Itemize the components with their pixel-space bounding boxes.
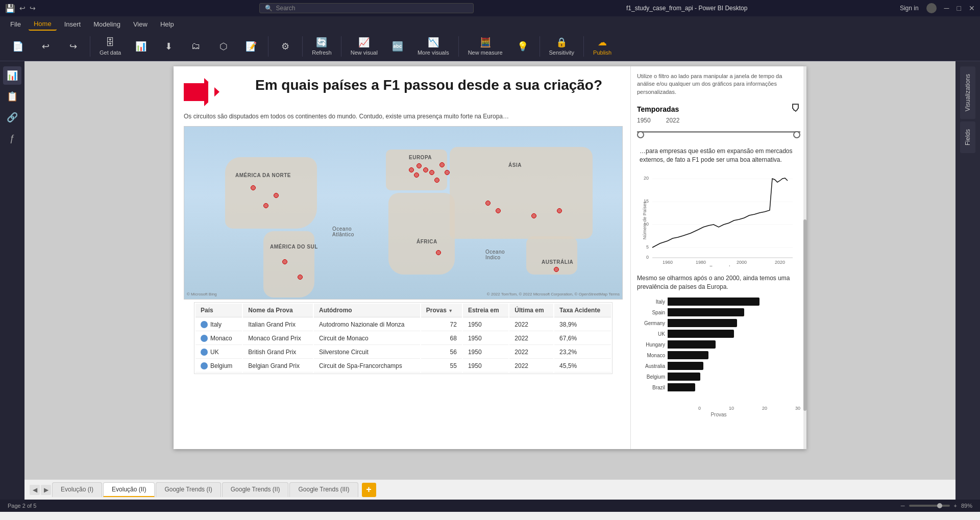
new-file-button[interactable]: 📄 <box>5 39 31 54</box>
menu-file[interactable]: File <box>5 18 26 30</box>
slider-thumb-right[interactable] <box>793 131 800 138</box>
sidebar-data-icon[interactable]: 📋 <box>3 87 21 106</box>
sign-in-button[interactable]: Sign in <box>900 5 919 12</box>
zoom-thumb[interactable] <box>937 503 942 508</box>
col-nome-prova[interactable]: Nome da Prova <box>243 304 313 317</box>
minimize-button[interactable]: ─ <box>944 4 949 12</box>
race-dot <box>434 178 439 183</box>
bar-label: Brazil <box>637 385 665 390</box>
table-row[interactable]: UK British Grand Prix Silverstone Circui… <box>195 346 611 359</box>
col-pais[interactable]: País <box>195 304 242 317</box>
cell-taxa: 67,6% <box>554 332 611 345</box>
dataflow-button[interactable]: ⬇ <box>156 39 181 54</box>
undo-icon[interactable]: ↩ <box>19 4 26 12</box>
col-estreia[interactable]: Estreia em <box>463 304 508 317</box>
tab-prev-arrow[interactable]: ◀ <box>30 485 40 495</box>
cell-estreia: 1950 <box>463 360 508 373</box>
maximize-button[interactable]: □ <box>957 4 961 12</box>
col-provas[interactable]: Provas ▼ <box>421 304 462 317</box>
report-left-content: Em quais países a F1 passou desde a sua … <box>174 66 633 449</box>
sidebar-model-icon[interactable]: 🔗 <box>3 108 21 127</box>
race-dot <box>531 213 536 218</box>
zoom-control[interactable]: ─ + 89% <box>901 503 972 509</box>
more-visuals-button[interactable]: 📉 More visuals <box>412 35 454 58</box>
col-ultima[interactable]: Última em <box>509 304 553 317</box>
menu-view[interactable]: View <box>128 18 153 30</box>
col-taxa[interactable]: Taxa Acidente <box>554 304 611 317</box>
menu-insert[interactable]: Insert <box>59 18 86 30</box>
f1-logo <box>184 77 245 107</box>
cell-circuit: Autodromo Nazionale di Monza <box>314 318 420 331</box>
new-measure-2-button[interactable]: 💡 <box>510 39 535 54</box>
sidebar-report-icon[interactable]: 📊 <box>3 66 21 85</box>
bar-label: Monaco <box>637 353 665 358</box>
bar-label: Hungary <box>637 342 665 348</box>
menu-help[interactable]: Help <box>155 18 179 30</box>
zoom-in-button[interactable]: + <box>954 503 957 509</box>
save-icon[interactable]: 💾 <box>5 4 15 13</box>
bar-chart-row: Spain <box>637 308 800 316</box>
enter-data-button[interactable]: 📝 <box>238 39 264 54</box>
tab-next-arrow[interactable]: ▶ <box>41 485 51 495</box>
new-visual-button[interactable]: 📈 New visual <box>346 35 383 58</box>
svg-text:Temporadas: Temporadas <box>709 265 735 266</box>
cell-race: Italian Grand Prix <box>243 318 313 331</box>
tab-google-trends-(ii)[interactable]: Google Trends (II) <box>222 482 289 497</box>
fields-panel-tab[interactable]: Fields <box>960 121 975 153</box>
zoom-out-button[interactable]: ─ <box>901 503 905 509</box>
svg-text:2000: 2000 <box>737 260 747 265</box>
sensitivity-button[interactable]: 🔒 Sensitivity <box>544 35 580 58</box>
tab-evolução-(ii)[interactable]: Evolução (II) <box>103 482 155 497</box>
year-slider[interactable] <box>637 127 800 137</box>
zoom-slider[interactable] <box>909 505 950 507</box>
transform-button[interactable]: ⚙ <box>273 39 298 54</box>
sidebar-dax-icon[interactable]: ƒ <box>3 129 21 147</box>
cell-provas: 56 <box>421 346 462 359</box>
redo-ribbon-button[interactable]: ↪ <box>60 39 86 54</box>
redo-icon[interactable]: ↪ <box>30 4 36 12</box>
publish-button[interactable]: ☁ Publish <box>588 35 617 58</box>
get-data-button[interactable]: 🗄 Get data <box>94 35 126 58</box>
tab-google-trends-(i)[interactable]: Google Trends (I) <box>156 482 220 497</box>
menu-modeling[interactable]: Modeling <box>88 18 126 30</box>
bar-fill <box>668 308 744 316</box>
col-autodromo[interactable]: Autódromo <box>314 304 420 317</box>
sql-button[interactable]: ⬡ <box>211 39 236 54</box>
race-dot <box>423 167 428 172</box>
world-map[interactable]: AMÉRICA DA NORTE AMÉRICA DO SUL EUROPA Á… <box>184 126 623 300</box>
tab-google-trends-(iii)[interactable]: Google Trends (III) <box>289 482 358 497</box>
line-chart-container[interactable]: 20 15 10 5 0 Número de Países <box>640 169 798 266</box>
race-dot <box>445 170 450 175</box>
menu-home[interactable]: Home <box>29 18 57 31</box>
bar-chart-container[interactable]: Italy Spain Germany UK Hungary Monaco Au… <box>637 295 800 405</box>
filter-icon[interactable]: ⛉ <box>791 104 800 114</box>
refresh-button[interactable]: 🔄 Refresh <box>307 35 337 58</box>
expansion-text: …para empresas que estão em expansão em … <box>640 147 798 164</box>
table-row[interactable]: Italy Italian Grand Prix Autodromo Nazio… <box>195 318 611 331</box>
race-dot <box>416 163 422 168</box>
undo-ribbon-button[interactable]: ↩ <box>33 39 58 54</box>
cell-circuit: Silverstone Circuit <box>314 346 420 359</box>
scrollbar-thumb[interactable] <box>803 219 806 411</box>
report-scrollbar[interactable] <box>803 66 806 449</box>
table-row[interactable]: Belgium Belgian Grand Prix Circuit de Sp… <box>195 360 611 373</box>
cell-circuit: Circuit de Spa-Francorchamps <box>314 360 420 373</box>
new-measure-button[interactable]: 🧮 New measure <box>463 35 508 58</box>
user-avatar[interactable] <box>926 3 937 13</box>
close-button[interactable]: ✕ <box>969 4 975 12</box>
excel-button[interactable]: 📊 <box>128 39 154 54</box>
svg-text:0: 0 <box>646 255 649 260</box>
continent-af <box>388 193 455 275</box>
dataverse-button[interactable]: 🗂 <box>183 39 209 54</box>
visualizations-panel-tab[interactable]: Visualizations <box>960 66 975 119</box>
left-sidebar: 📊 📋 🔗 ƒ <box>0 61 24 500</box>
svg-text:5: 5 <box>646 244 649 250</box>
slider-thumb-left[interactable] <box>637 131 644 138</box>
bar-chart-row: Belgium <box>637 373 800 381</box>
add-tab-button[interactable]: + <box>362 483 376 497</box>
filter-instruction-text: Utilize o filtro ao lado para manipular … <box>637 72 800 96</box>
race-dot <box>274 193 279 198</box>
tab-evolução-(i)[interactable]: Evolução (I) <box>52 482 102 497</box>
table-row[interactable]: Monaco Monaco Grand Prix Circuit de Mona… <box>195 332 611 345</box>
text-box-button[interactable]: 🔤 <box>385 39 410 54</box>
